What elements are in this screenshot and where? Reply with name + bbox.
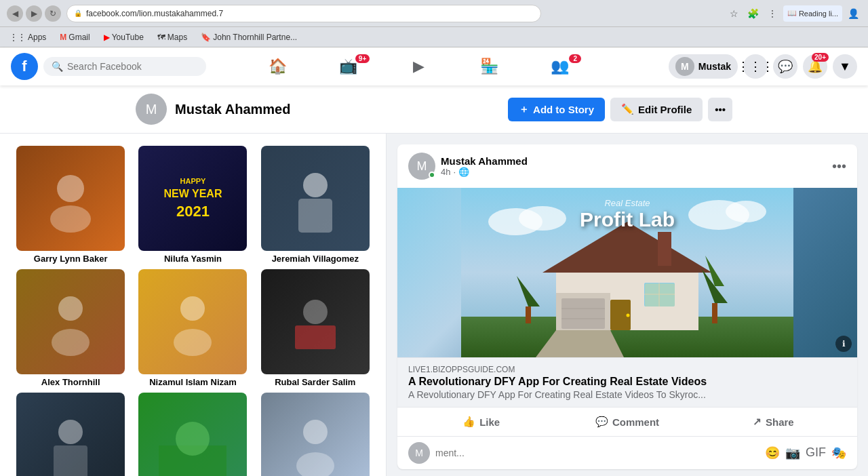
friend-card-alex[interactable]: Alex Thornhill [12,269,129,387]
emoji-icon[interactable]: 😊 [765,445,780,460]
notifications-button[interactable]: 🔔 20+ [803,54,827,79]
star-button[interactable]: ☆ [726,5,743,22]
camera-icon[interactable]: 📷 [785,445,800,460]
nav-messenger[interactable]: 📺 9+ [314,50,382,83]
ellipsis-icon: ••• [715,104,726,115]
friend-name-garry: Garry Lynn Baker [34,254,108,264]
back-button[interactable]: ◀ [7,5,23,22]
friend-card-limuel[interactable]: Limuel Puig [257,393,374,476]
post-username[interactable]: Mustak Ahammed [441,155,832,167]
post-header: M Mustak Ahammed 4h · 🌐 ••• [397,144,857,188]
johnthornhill-label: John Thornhill Partne... [213,33,297,42]
profile-button[interactable]: 👤 [845,5,861,22]
friend-card-anowar[interactable]: Anowar Hossain [12,393,129,476]
svg-rect-26 [561,298,605,329]
search-icon: 🔍 [52,61,63,72]
sticker-icon[interactable]: 🎭 [831,445,846,460]
svg-point-0 [57,175,84,202]
friend-card-nizamul[interactable]: Nizamul Islam Nizam [134,269,251,387]
forward-button[interactable]: ▶ [26,5,42,22]
share-button[interactable]: ↗ Share [701,410,846,433]
friend-avatar-mizan [138,393,247,476]
avatar-initial: M [146,102,157,117]
nav-home[interactable]: 🏠 [243,50,311,83]
friend-avatar-jeremiah [261,146,370,251]
friend-card-nilufa[interactable]: HAPPY NEW YEAR 2021 Nilufa Yasmin [134,146,251,264]
commenter-avatar: M [408,442,430,464]
search-bar[interactable]: 🔍 [43,57,206,76]
nav-groups[interactable]: 👥 2 [526,50,593,83]
reading-icon: 📖 [787,9,797,18]
profile-header-bar: M Mustak Ahammed ＋ Add to Story ✏️ Edit … [0,85,868,134]
add-to-story-button[interactable]: ＋ Add to Story [508,98,605,121]
messenger-button[interactable]: 💬 [773,54,797,79]
reading-mode[interactable]: 📖 Reading li... [783,5,842,22]
maps-label: Maps [167,33,187,42]
svg-point-20 [726,201,766,222]
bookmark-apps[interactable]: ⋮⋮ Apps [7,31,49,43]
like-button[interactable]: 👍 Like [408,410,554,433]
svg-point-4 [58,296,83,321]
reading-label: Reading li... [799,9,838,18]
home-icon: 🏠 [269,58,287,75]
post-more-button[interactable]: ••• [832,159,846,174]
svg-point-10 [58,420,83,444]
friend-name-nizamul: Nizamul Islam Nizam [149,377,237,387]
bookmark-youtube[interactable]: ▶ YouTube [101,31,146,43]
marketplace-icon: 🏪 [480,58,498,75]
chevron-button[interactable]: ▼ [833,54,857,79]
more-button[interactable]: ••• [708,98,732,121]
svg-rect-3 [298,199,332,233]
post-user-avatar: M [408,153,435,180]
gif-icon[interactable]: GIF [806,445,826,460]
user-pill[interactable]: M Mustak [669,54,738,79]
refresh-button[interactable]: ↻ [45,5,61,22]
nav-watch[interactable]: ▶ [384,50,452,83]
post-overlay-subtitle: Real Estate [580,198,675,208]
chevron-down-icon: ▼ [839,60,851,74]
bookmark-gmail[interactable]: M Gmail [57,31,92,43]
apps-button[interactable]: ⋮⋮⋮ [743,54,768,79]
bookmark-icon: 🔖 [201,33,211,42]
menu-button[interactable]: ⋮ [764,5,781,22]
extensions-button[interactable]: 🧩 [745,5,762,22]
address-bar[interactable]: 🔒 facebook.com/lion.mustakahammed.7 [66,5,541,22]
post-user-info: Mustak Ahammed 4h · 🌐 [441,155,832,177]
messenger-feed-icon: 📺 [339,58,357,75]
friend-card-rubal[interactable]: Rubal Sarder Salim [257,269,374,387]
facebook-header: f 🔍 🏠 📺 9+ ▶ 🏪 👥 2 M Mustak ⋮⋮⋮ [0,47,868,85]
friend-card-mizan[interactable]: MD Mizan Art [134,393,251,476]
post-link-desc: A Revolutionary DFY App For Creating Rea… [408,389,846,400]
groups-badge: 2 [569,54,581,63]
bookmark-johnthornhill[interactable]: 🔖 John Thornhill Partne... [198,31,300,43]
post-time: 4h [441,167,450,177]
svg-point-13 [176,422,210,456]
watch-icon: ▶ [413,58,425,75]
post-image-container: Real Estate Profit Lab ℹ [397,188,857,357]
friend-card-garry[interactable]: Garry Lynn Baker [12,146,129,264]
post-link-preview[interactable]: LIVE1.BIZOPPSGUIDE.COM A Revolutionary D… [397,357,857,407]
post-image: Real Estate Profit Lab ℹ [397,188,857,357]
comment-button[interactable]: 💬 Comment [554,410,700,433]
main-nav: 🏠 📺 9+ ▶ 🏪 👥 2 [243,50,593,83]
comment-icon: 💬 [595,416,608,428]
comment-input[interactable] [435,448,760,458]
apps-icon: ⋮⋮ [9,33,26,42]
post-meta-dot: · [453,167,456,177]
svg-point-2 [303,173,328,197]
groups-icon: 👥 [551,58,569,75]
nav-marketplace[interactable]: 🏪 [455,50,523,83]
facebook-logo[interactable]: f [11,53,38,80]
friend-avatar-nilufa: HAPPY NEW YEAR 2021 [138,146,247,251]
bookmark-maps[interactable]: 🗺 Maps [155,31,190,43]
post-avatar-initial: M [417,159,427,174]
friend-card-jeremiah[interactable]: Jeremiah Villagomez [257,146,374,264]
grid-icon: ⋮⋮⋮ [737,59,774,74]
chat-icon: 💬 [778,59,793,74]
search-input[interactable] [67,61,198,72]
post-privacy-icon: 🌐 [458,167,469,177]
edit-profile-button[interactable]: ✏️ Edit Profile [610,98,703,121]
info-icon[interactable]: ℹ [835,336,852,352]
friend-name-jeremiah: Jeremiah Villagomez [272,254,359,264]
notifications-badge: 20+ [812,53,829,62]
